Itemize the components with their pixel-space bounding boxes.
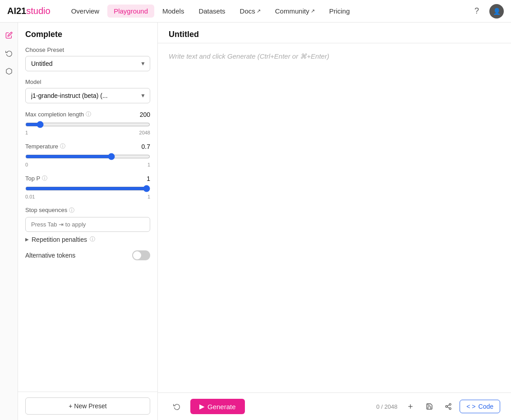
svg-line-6 <box>447 405 450 406</box>
bottom-icons: < > Code <box>403 399 500 414</box>
max-completion-label: Max completion length ⓘ <box>25 111 91 118</box>
model-select-wrapper: j1-grande-instruct (beta) (... ▼ <box>25 88 150 103</box>
collapsible-arrow-icon: ▶ <box>25 237 29 242</box>
main-content: Untitled Write text and click Generate (… <box>158 23 511 420</box>
max-completion-info-icon: ⓘ <box>86 111 91 118</box>
alternative-tokens-toggle[interactable] <box>132 250 150 260</box>
package-icon-button[interactable] <box>2 64 16 78</box>
top-p-row: Top P ⓘ 1 <box>25 175 150 182</box>
nav-link-models[interactable]: Models <box>156 5 190 18</box>
nav-link-docs[interactable]: Docs ↗ <box>234 5 267 18</box>
main-layout: Complete Choose Preset Untitled ▼ Model … <box>0 23 511 420</box>
repetition-section: ▶ Repetition penalties ⓘ <box>25 235 150 243</box>
refresh-button[interactable] <box>169 398 185 415</box>
max-completion-row: Max completion length ⓘ 200 <box>25 111 150 118</box>
icon-bar <box>0 23 18 420</box>
generate-play-icon: ▶ <box>199 402 205 411</box>
logo: AI21studio <box>7 6 51 16</box>
editor-header: Untitled <box>158 23 511 43</box>
package-icon <box>5 68 13 75</box>
repetition-collapsible[interactable]: ▶ Repetition penalties ⓘ <box>25 235 150 243</box>
nav-link-community[interactable]: Community ↗ <box>269 5 321 18</box>
alternative-tokens-label: Alternative tokens <box>25 252 75 259</box>
editor-placeholder: Write text and click Generate (Ctrl+Ente… <box>169 52 329 60</box>
temperature-slider-labels: 0 1 <box>25 162 150 167</box>
avatar-icon: 👤 <box>493 8 501 15</box>
svg-line-5 <box>447 407 450 408</box>
temperature-value: 0.7 <box>142 143 150 150</box>
top-p-slider[interactable] <box>25 185 150 192</box>
max-completion-slider-container: 1 2048 <box>25 121 150 135</box>
sidebar-content: Complete Choose Preset Untitled ▼ Model … <box>18 23 157 392</box>
model-select[interactable]: j1-grande-instruct (beta) (... <box>25 88 150 103</box>
sidebar-title: Complete <box>25 30 150 39</box>
top-p-label: Top P ⓘ <box>25 175 47 182</box>
top-p-slider-container: 0.01 1 <box>25 185 150 199</box>
temperature-info-icon: ⓘ <box>60 143 65 150</box>
bottom-bar: ▶ ▶ Generate Generate 0 / 2048 < > Code <box>158 392 511 420</box>
sidebar-footer: + New Preset <box>18 392 157 420</box>
top-p-info-icon: ⓘ <box>42 175 47 182</box>
max-completion-slider-labels: 1 2048 <box>25 130 150 135</box>
save-icon <box>426 403 433 410</box>
stop-sequences-label: Stop sequences ⓘ <box>25 207 150 214</box>
max-completion-slider[interactable] <box>25 121 150 128</box>
svg-point-2 <box>449 403 451 405</box>
alternative-tokens-row: Alternative tokens <box>25 250 150 260</box>
add-icon-button[interactable] <box>403 399 418 414</box>
external-link-icon: ↗ <box>311 8 315 14</box>
add-icon <box>407 403 414 410</box>
edit-icon <box>5 32 13 39</box>
nav-link-overview[interactable]: Overview <box>65 5 106 18</box>
top-p-value: 1 <box>147 175 150 182</box>
sidebar: Complete Choose Preset Untitled ▼ Model … <box>18 23 158 420</box>
temperature-slider-container: 0 1 <box>25 153 150 167</box>
nav-right: ? 👤 <box>470 4 504 18</box>
editor-area[interactable]: Write text and click Generate (Ctrl+Ente… <box>158 43 511 392</box>
logo-studio-text: studio <box>26 6 50 16</box>
nav-links: Overview Playground Models Datasets Docs… <box>65 5 466 18</box>
save-icon-button[interactable] <box>422 399 437 414</box>
share-icon <box>445 403 452 410</box>
svg-point-4 <box>449 408 451 410</box>
logo-ai21-text: AI21 <box>7 6 26 16</box>
share-icon-button[interactable] <box>441 399 456 414</box>
new-preset-button[interactable]: + New Preset <box>25 397 150 415</box>
preset-select[interactable]: Untitled <box>25 56 150 71</box>
editor-title: Untitled <box>169 30 500 39</box>
repetition-info-icon: ⓘ <box>90 235 95 243</box>
temperature-row: Temperature ⓘ 0.7 <box>25 143 150 150</box>
temperature-slider[interactable] <box>25 153 150 160</box>
temperature-label: Temperature ⓘ <box>25 143 65 150</box>
stop-sequences-info-icon: ⓘ <box>69 207 74 213</box>
choose-preset-label: Choose Preset <box>25 46 150 53</box>
avatar-button[interactable]: 👤 <box>489 4 504 18</box>
max-completion-value: 200 <box>140 111 150 118</box>
history-icon <box>5 50 13 57</box>
preset-select-wrapper: Untitled ▼ <box>25 56 150 71</box>
code-button[interactable]: < > Code <box>460 400 500 413</box>
nav-link-pricing[interactable]: Pricing <box>323 5 356 18</box>
code-icon: < > <box>466 403 475 410</box>
generate-button[interactable]: ▶ ▶ Generate Generate <box>190 399 245 414</box>
edit-icon-button[interactable] <box>2 28 16 42</box>
navbar: AI21studio Overview Playground Models Da… <box>0 0 511 23</box>
nav-link-datasets[interactable]: Datasets <box>192 5 231 18</box>
external-link-icon: ↗ <box>257 8 261 14</box>
code-label: Code <box>479 403 493 410</box>
help-icon-button[interactable]: ? <box>470 4 484 18</box>
stop-sequences-input[interactable] <box>25 217 150 232</box>
token-count: 0 / 2048 <box>376 403 397 410</box>
svg-point-3 <box>446 406 447 407</box>
refresh-icon <box>173 403 180 410</box>
top-p-slider-labels: 0.01 1 <box>25 194 150 199</box>
nav-link-playground[interactable]: Playground <box>107 5 154 18</box>
history-icon-button[interactable] <box>2 46 16 60</box>
model-label: Model <box>25 78 150 85</box>
